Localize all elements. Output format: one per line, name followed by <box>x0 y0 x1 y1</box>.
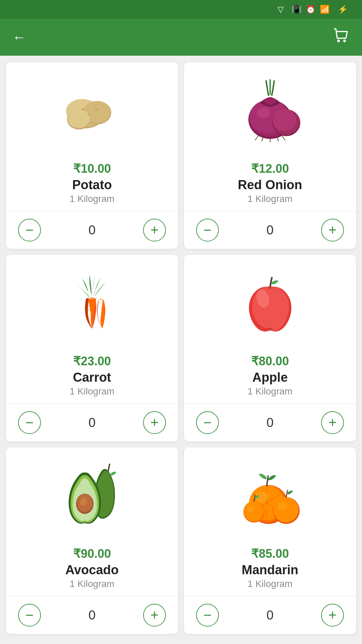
product-name-mandarin: Mandarin <box>191 563 349 577</box>
product-image-carrot <box>6 255 178 349</box>
cart-button[interactable] <box>333 27 350 48</box>
svg-point-33 <box>244 501 264 521</box>
product-card-potato: ₹10.00 Potato 1 Kilogram − 0 + <box>6 62 178 249</box>
svg-point-31 <box>278 503 287 510</box>
increase-button-avocado[interactable]: + <box>143 604 166 627</box>
product-unit-mandarin: 1 Kilogram <box>191 579 349 589</box>
quantity-control-red-onion: − 0 + <box>184 211 356 249</box>
product-image-red-onion <box>184 62 356 156</box>
product-info-avocado: ₹90.00 Avocado 1 Kilogram <box>6 541 178 596</box>
increase-button-potato[interactable]: + <box>143 219 166 241</box>
quantity-control-apple: − 0 + <box>184 404 356 441</box>
svg-point-21 <box>267 286 273 289</box>
status-bar: ▽ 📳 ⏰ 📶 ⚡ <box>0 0 362 19</box>
product-image-mandarin <box>184 447 356 541</box>
quantity-value-mandarin: 0 <box>266 608 274 623</box>
quantity-control-mandarin: − 0 + <box>184 596 356 634</box>
product-price-avocado: ₹90.00 <box>13 547 171 561</box>
network-icon: ▽ <box>278 5 284 14</box>
product-info-carrot: ₹23.00 Carrot 1 Kilogram <box>6 349 178 404</box>
product-card-apple: ₹80.00 Apple 1 Kilogram − 0 + <box>184 255 356 441</box>
svg-point-9 <box>81 108 84 110</box>
decrease-button-mandarin[interactable]: − <box>196 604 219 627</box>
svg-point-11 <box>95 108 97 110</box>
product-info-red-onion: ₹12.00 Red Onion 1 Kilogram <box>184 156 356 211</box>
product-info-mandarin: ₹85.00 Mandarin 1 Kilogram <box>184 541 356 596</box>
product-illustration-mandarin <box>191 451 349 538</box>
product-card-carrot: ₹23.00 Carrot 1 Kilogram − 0 + <box>6 255 178 441</box>
product-info-potato: ₹10.00 Potato 1 Kilogram <box>6 156 178 211</box>
quantity-control-potato: − 0 + <box>6 211 178 249</box>
quantity-value-potato: 0 <box>88 223 96 237</box>
svg-point-0 <box>337 40 340 42</box>
product-name-apple: Apple <box>191 370 349 385</box>
product-image-avocado <box>6 447 178 541</box>
decrease-button-potato[interactable]: − <box>18 219 41 241</box>
product-unit-carrot: 1 Kilogram <box>13 386 171 397</box>
product-image-potato <box>6 62 178 156</box>
product-unit-avocado: 1 Kilogram <box>13 579 171 589</box>
back-button[interactable]: ← <box>12 30 26 44</box>
product-name-red-onion: Red Onion <box>191 178 349 192</box>
product-card-avocado: ₹90.00 Avocado 1 Kilogram − 0 + <box>6 447 178 634</box>
decrease-button-red-onion[interactable]: − <box>196 219 219 241</box>
product-card-mandarin: ₹85.00 Mandarin 1 Kilogram − 0 + <box>184 447 356 634</box>
product-price-apple: ₹80.00 <box>191 354 349 368</box>
svg-point-1 <box>343 40 346 42</box>
status-icons: ▽ 📳 ⏰ 📶 ⚡ <box>278 5 352 14</box>
product-price-mandarin: ₹85.00 <box>191 547 349 561</box>
product-illustration-apple <box>191 258 349 345</box>
increase-button-apple[interactable]: + <box>321 411 344 434</box>
svg-point-34 <box>247 506 254 512</box>
svg-point-24 <box>80 498 87 506</box>
product-name-potato: Potato <box>13 178 171 192</box>
signal-icon: 📶 <box>320 5 330 14</box>
charging-icon: ⚡ <box>338 5 348 14</box>
svg-point-30 <box>273 497 299 523</box>
svg-point-15 <box>257 108 270 118</box>
product-price-potato: ₹10.00 <box>13 162 171 176</box>
decrease-button-avocado[interactable]: − <box>18 604 41 627</box>
product-price-carrot: ₹23.00 <box>13 354 171 368</box>
svg-point-10 <box>88 114 90 115</box>
product-price-red-onion: ₹12.00 <box>191 162 349 176</box>
alarm-icon: ⏰ <box>306 5 316 14</box>
product-unit-apple: 1 Kilogram <box>191 386 349 397</box>
quantity-control-carrot: − 0 + <box>6 404 178 441</box>
increase-button-carrot[interactable]: + <box>143 411 166 434</box>
product-name-avocado: Avocado <box>13 563 171 577</box>
product-name-carrot: Carrot <box>13 370 171 385</box>
product-card-red-onion: ₹12.00 Red Onion 1 Kilogram − 0 + <box>184 62 356 249</box>
vibrate-icon: 📳 <box>292 5 302 14</box>
svg-point-8 <box>68 109 90 128</box>
quantity-control-avocado: − 0 + <box>6 596 178 634</box>
product-illustration-potato <box>13 66 171 153</box>
quantity-value-avocado: 0 <box>88 608 96 623</box>
increase-button-red-onion[interactable]: + <box>321 219 344 241</box>
decrease-button-apple[interactable]: − <box>196 411 219 434</box>
quantity-value-red-onion: 0 <box>266 223 274 237</box>
increase-button-mandarin[interactable]: + <box>321 604 344 627</box>
product-unit-potato: 1 Kilogram <box>13 194 171 204</box>
product-unit-red-onion: 1 Kilogram <box>191 194 349 204</box>
product-illustration-red-onion <box>191 66 349 153</box>
product-illustration-avocado <box>13 451 171 538</box>
quantity-value-carrot: 0 <box>88 416 96 430</box>
svg-point-18 <box>273 109 296 131</box>
product-info-apple: ₹80.00 Apple 1 Kilogram <box>184 349 356 404</box>
quantity-value-apple: 0 <box>266 416 274 430</box>
product-grid: ₹10.00 Potato 1 Kilogram − 0 + <box>0 56 362 641</box>
app-bar: ← <box>0 19 362 56</box>
product-illustration-carrot <box>13 258 171 345</box>
svg-point-20 <box>267 328 273 331</box>
product-image-apple <box>184 255 356 349</box>
decrease-button-carrot[interactable]: − <box>18 411 41 434</box>
